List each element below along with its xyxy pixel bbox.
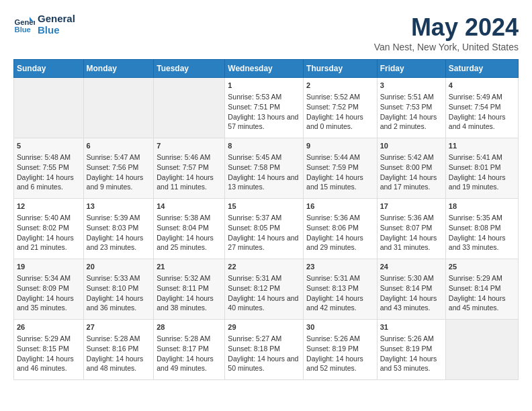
day-info: Sunrise: 5:48 AM [17,152,81,163]
svg-text:Blue: Blue [15,26,31,34]
day-info: Daylight: 14 hours and 31 minutes. [380,233,443,253]
day-number: 11 [449,141,515,151]
calendar-cell: 15Sunrise: 5:37 AMSunset: 8:05 PMDayligh… [225,199,304,259]
calendar-cell: 11Sunrise: 5:41 AMSunset: 8:01 PMDayligh… [445,138,518,199]
day-info: Sunrise: 5:29 AM [17,334,81,344]
calendar-cell: 21Sunrise: 5:32 AMSunset: 8:11 PMDayligh… [154,259,225,320]
day-info: Daylight: 14 hours and 42 minutes. [306,293,374,313]
day-info: Sunrise: 5:31 AM [306,273,374,283]
calendar-cell: 28Sunrise: 5:28 AMSunset: 8:17 PMDayligh… [154,320,225,380]
header-day: Sunday [14,60,84,78]
day-info: Sunrise: 5:45 AM [228,152,300,163]
day-number: 29 [228,322,300,332]
day-info: Sunset: 7:51 PM [228,102,300,112]
day-info: Sunrise: 5:26 AM [380,334,443,344]
header-row: SundayMondayTuesdayWednesdayThursdayFrid… [14,60,519,78]
day-number: 14 [157,201,222,212]
day-info: Sunset: 8:06 PM [306,223,374,233]
day-info: Sunset: 7:53 PM [380,102,443,112]
subtitle: Van Nest, New York, United States [374,42,519,52]
day-info: Daylight: 14 hours and 13 minutes. [228,173,300,192]
day-number: 2 [306,81,374,91]
day-info: Daylight: 14 hours and 0 minutes. [306,112,374,132]
day-info: Sunset: 8:17 PM [157,344,222,354]
day-info: Daylight: 14 hours and 35 minutes. [17,293,81,313]
day-info: Sunrise: 5:49 AM [449,92,515,102]
day-number: 7 [157,141,222,151]
day-number: 27 [87,322,151,332]
day-number: 28 [157,322,222,332]
day-info: Sunset: 7:55 PM [17,163,81,173]
day-info: Daylight: 14 hours and 49 minutes. [157,354,222,373]
day-number: 6 [87,141,151,151]
day-info: Daylight: 13 hours and 57 minutes. [228,112,300,132]
calendar-cell: 18Sunrise: 5:35 AMSunset: 8:08 PMDayligh… [445,199,518,259]
calendar-week: 19Sunrise: 5:34 AMSunset: 8:09 PMDayligh… [14,259,519,320]
header-day: Saturday [445,60,518,78]
day-info: Sunrise: 5:31 AM [228,273,300,283]
day-info: Daylight: 14 hours and 45 minutes. [449,293,515,313]
day-info: Daylight: 14 hours and 2 minutes. [380,112,443,132]
calendar-cell: 10Sunrise: 5:42 AMSunset: 8:00 PMDayligh… [377,138,445,199]
calendar-table: SundayMondayTuesdayWednesdayThursdayFrid… [13,59,519,380]
day-info: Daylight: 14 hours and 29 minutes. [306,233,374,253]
calendar-cell: 31Sunrise: 5:26 AMSunset: 8:19 PMDayligh… [377,320,445,380]
day-info: Daylight: 14 hours and 6 minutes. [17,173,81,192]
day-info: Sunset: 8:15 PM [17,344,81,354]
day-number: 17 [380,201,443,212]
day-info: Sunrise: 5:46 AM [157,152,222,163]
calendar-week: 1Sunrise: 5:53 AMSunset: 7:51 PMDaylight… [14,78,519,138]
calendar-cell [14,78,84,138]
day-info: Sunrise: 5:38 AM [157,213,222,223]
calendar-week: 26Sunrise: 5:29 AMSunset: 8:15 PMDayligh… [14,320,519,380]
svg-text:General: General [15,18,35,26]
calendar-cell: 1Sunrise: 5:53 AMSunset: 7:51 PMDaylight… [225,78,304,138]
day-number: 5 [17,141,81,151]
day-info: Sunset: 7:52 PM [306,102,374,112]
calendar-week: 12Sunrise: 5:40 AMSunset: 8:02 PMDayligh… [14,199,519,259]
day-number: 25 [449,262,515,272]
calendar-cell: 20Sunrise: 5:33 AMSunset: 8:10 PMDayligh… [83,259,154,320]
page-header: General Blue General Blue May 2024 Van N… [13,13,519,52]
main-title: May 2024 [374,13,519,42]
header-day: Friday [377,60,445,78]
day-number: 26 [17,322,81,332]
day-number: 30 [306,322,374,332]
calendar-cell: 9Sunrise: 5:44 AMSunset: 7:59 PMDaylight… [304,138,378,199]
day-info: Sunset: 8:03 PM [87,223,151,233]
day-number: 19 [17,262,81,272]
day-info: Daylight: 14 hours and 40 minutes. [228,293,300,313]
day-info: Sunset: 8:14 PM [380,283,443,293]
day-info: Sunset: 8:10 PM [87,283,151,293]
day-info: Daylight: 14 hours and 19 minutes. [449,173,515,192]
calendar-cell: 17Sunrise: 5:36 AMSunset: 8:07 PMDayligh… [377,199,445,259]
day-info: Sunset: 8:09 PM [17,283,81,293]
day-info: Daylight: 14 hours and 36 minutes. [87,293,151,313]
day-info: Sunset: 7:59 PM [306,163,374,173]
day-number: 15 [228,201,300,212]
day-number: 18 [449,201,515,212]
day-info: Sunset: 8:18 PM [228,344,300,354]
calendar-cell: 14Sunrise: 5:38 AMSunset: 8:04 PMDayligh… [154,199,225,259]
day-info: Sunrise: 5:32 AM [157,273,222,283]
calendar-cell: 29Sunrise: 5:27 AMSunset: 8:18 PMDayligh… [225,320,304,380]
day-number: 31 [380,322,443,332]
calendar-cell: 22Sunrise: 5:31 AMSunset: 8:12 PMDayligh… [225,259,304,320]
day-number: 23 [306,262,374,272]
calendar-cell: 23Sunrise: 5:31 AMSunset: 8:13 PMDayligh… [304,259,378,320]
day-number: 1 [228,81,300,91]
header-day: Wednesday [225,60,304,78]
calendar-cell: 13Sunrise: 5:39 AMSunset: 8:03 PMDayligh… [83,199,154,259]
calendar-cell: 2Sunrise: 5:52 AMSunset: 7:52 PMDaylight… [304,78,378,138]
day-number: 3 [380,81,443,91]
day-info: Daylight: 14 hours and 25 minutes. [157,233,222,253]
calendar-cell: 6Sunrise: 5:47 AMSunset: 7:56 PMDaylight… [83,138,154,199]
logo-icon: General Blue [13,14,35,36]
day-info: Daylight: 14 hours and 23 minutes. [87,233,151,253]
day-number: 21 [157,262,222,272]
day-info: Sunset: 8:07 PM [380,223,443,233]
day-info: Sunrise: 5:34 AM [17,273,81,283]
day-info: Daylight: 14 hours and 52 minutes. [306,354,374,373]
day-info: Sunrise: 5:41 AM [449,152,515,163]
day-number: 12 [17,201,81,212]
